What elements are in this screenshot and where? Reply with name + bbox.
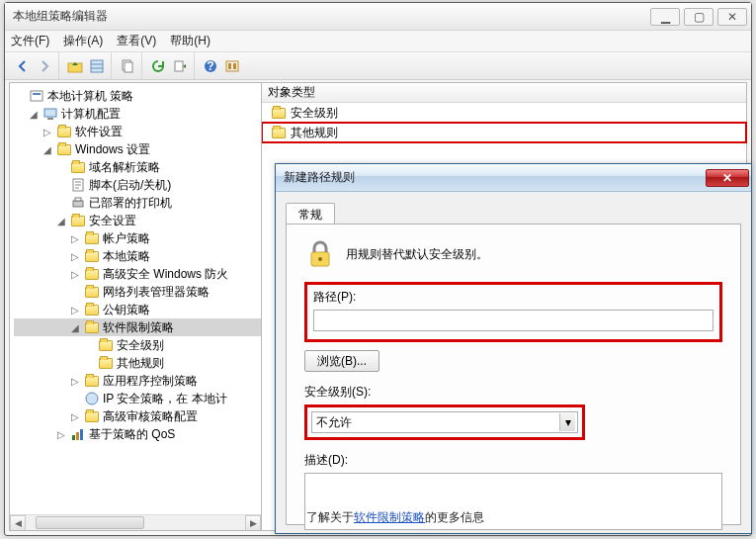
folder-icon (85, 233, 99, 244)
tree-adv-firewall[interactable]: ▷高级安全 Windows 防火 (14, 265, 261, 283)
tree-nlm-policy[interactable]: 网络列表管理器策略 (14, 283, 261, 301)
path-input[interactable] (313, 310, 714, 331)
tree-script[interactable]: 脚本(启动/关机) (14, 176, 261, 194)
tree-software-restriction[interactable]: ◢软件限制策略 (14, 318, 261, 336)
dialog-close-button[interactable]: ✕ (706, 169, 749, 187)
tree-root[interactable]: 本地计算机 策略 (14, 87, 261, 105)
svg-rect-13 (33, 93, 41, 95)
menu-view[interactable]: 查看(V) (117, 33, 156, 49)
tree-hscrollbar[interactable]: ◀ ▶ (10, 514, 261, 530)
minimize-button[interactable]: ▁ (650, 8, 680, 26)
ipsec-icon (84, 391, 100, 406)
folder-icon (57, 127, 71, 137)
tabstrip: 常规 (286, 200, 741, 224)
security-level-combo[interactable]: 不允许 ▾ (311, 411, 578, 433)
list-item-other-rules[interactable]: 其他规则 (262, 123, 746, 142)
refresh-icon[interactable] (148, 56, 168, 76)
combo-value: 不允许 (316, 414, 352, 431)
folder-icon (85, 305, 99, 315)
svg-rect-22 (80, 429, 83, 440)
highlight-path-section: 路径(P): (304, 282, 722, 342)
tree-software-settings[interactable]: ▷软件设置 (14, 123, 261, 140)
menu-help[interactable]: 帮助(H) (170, 33, 210, 49)
svg-rect-10 (228, 63, 231, 69)
tree-panel: 本地计算机 策略 ◢计算机配置 ▷软件设置 ◢Windows 设置 域名解析策略… (9, 82, 262, 531)
list-item[interactable]: 安全级别 (262, 103, 746, 123)
folder-icon (85, 269, 99, 280)
titlebar: 本地组策略编辑器 ▁ ▢ ✕ (5, 3, 751, 31)
list-view-icon[interactable] (87, 56, 107, 76)
svg-rect-18 (75, 198, 81, 201)
svg-rect-9 (226, 61, 238, 71)
svg-rect-15 (47, 118, 53, 120)
folder-icon (99, 358, 113, 369)
svg-rect-12 (31, 91, 42, 101)
window-title: 本地组策略编辑器 (13, 8, 646, 25)
back-icon[interactable] (13, 56, 33, 76)
svg-rect-6 (175, 61, 183, 71)
help-icon[interactable]: ? (201, 56, 220, 76)
tree-pubkey-policy[interactable]: ▷公钥策略 (14, 301, 261, 318)
menubar: 文件(F) 操作(A) 查看(V) 帮助(H) (5, 31, 751, 52)
maximize-button[interactable]: ▢ (684, 8, 714, 26)
folder-icon (85, 411, 99, 422)
up-folder-icon[interactable] (65, 56, 85, 76)
toolbar: ? (5, 52, 751, 80)
learn-more-text: 了解关于软件限制策略的更多信息 (306, 509, 484, 526)
copy-icon[interactable] (118, 56, 137, 76)
export-icon[interactable] (170, 56, 190, 76)
chevron-down-icon: ▾ (559, 413, 575, 431)
tree-adv-audit[interactable]: ▷高级审核策略配置 (14, 407, 261, 425)
close-button[interactable]: ✕ (717, 8, 747, 26)
folder-icon (85, 322, 99, 333)
scroll-right-icon[interactable]: ▶ (245, 515, 261, 531)
scroll-thumb[interactable] (36, 516, 144, 529)
dialog-title: 新建路径规则 (284, 169, 706, 186)
tree-local-policy[interactable]: ▷本地策略 (14, 247, 261, 265)
tree-security-settings[interactable]: ◢安全设置 (14, 212, 261, 229)
tree-windows-settings[interactable]: ◢Windows 设置 (14, 140, 261, 158)
tree-other-rules[interactable]: 其他规则 (14, 354, 261, 372)
tab-general[interactable]: 常规 (286, 203, 335, 225)
info-text: 用规则替代默认安全级别。 (346, 246, 488, 263)
svg-rect-1 (91, 60, 103, 72)
svg-point-19 (86, 393, 98, 404)
tree-qos[interactable]: ▷基于策略的 QoS (14, 425, 261, 443)
close-icon: ✕ (722, 171, 732, 185)
path-label: 路径(P): (313, 289, 714, 306)
folder-icon (272, 108, 286, 119)
filter-icon[interactable] (222, 56, 242, 76)
printer-icon (70, 195, 86, 211)
scroll-left-icon[interactable]: ◀ (10, 515, 26, 531)
svg-rect-17 (73, 201, 83, 207)
tree-deployed-printers[interactable]: 已部署的打印机 (14, 194, 261, 212)
svg-point-24 (318, 257, 322, 261)
menu-file[interactable]: 文件(F) (11, 33, 49, 49)
menu-action[interactable]: 操作(A) (63, 33, 103, 49)
svg-rect-5 (125, 62, 132, 72)
dialog-titlebar[interactable]: 新建路径规则 ✕ (276, 164, 751, 192)
tree-computer-config[interactable]: ◢计算机配置 (14, 105, 261, 123)
browse-button[interactable]: 浏览(B)... (304, 350, 379, 372)
tree-security-levels[interactable]: 安全级别 (14, 336, 261, 354)
svg-rect-14 (44, 109, 56, 117)
svg-rect-21 (76, 432, 79, 440)
tree-app-control[interactable]: ▷应用程序控制策略 (14, 372, 261, 390)
column-header-type[interactable]: 对象类型 (262, 83, 746, 103)
new-path-rule-dialog: 新建路径规则 ✕ 常规 用规则替代默认安全级别。 路径(P): 浏览(B)...… (275, 163, 752, 534)
svg-rect-11 (233, 63, 236, 69)
tree-ipsec[interactable]: IP 安全策略，在 本地计 (14, 390, 261, 407)
tree-dns-policy[interactable]: 域名解析策略 (14, 158, 261, 176)
highlight-level-section: 不允许 ▾ (304, 404, 585, 440)
desc-label: 描述(D): (304, 452, 722, 469)
srp-link[interactable]: 软件限制策略 (354, 510, 425, 524)
folder-icon (57, 144, 71, 155)
level-label: 安全级别(S): (304, 384, 722, 401)
lock-folder-icon (70, 213, 86, 228)
svg-text:?: ? (207, 59, 213, 73)
script-icon (70, 177, 86, 193)
computer-icon (42, 106, 58, 122)
forward-icon[interactable] (35, 56, 54, 76)
policy-icon (29, 88, 44, 104)
tree-account-policy[interactable]: ▷帐户策略 (14, 229, 261, 247)
